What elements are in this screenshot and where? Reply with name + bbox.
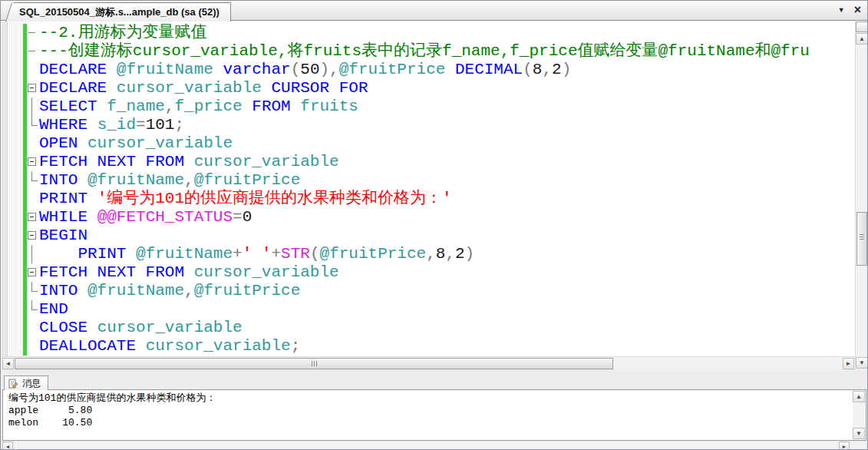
fold-margin[interactable] [27,24,39,356]
code-line: WHILE @@FETCH_STATUS=0 [39,208,855,227]
code-line: PRINT '编号为101的供应商提供的水果种类和价格为：' [39,190,855,208]
fold-guide [31,300,38,310]
code-area[interactable]: --2.用游标为变量赋值---创建游标cursor_variable,将frui… [39,24,855,356]
scroll-right-icon[interactable]: ► [839,442,850,450]
messages-vertical-scrollbar[interactable]: ▲ ▼ [853,391,865,439]
active-files-dropdown-icon[interactable]: ▼ [838,6,845,14]
split-handle[interactable] [856,22,868,32]
fold-collapse-icon[interactable] [28,84,36,92]
vertical-scroll-thumb[interactable] [856,212,867,266]
code-line: --2.用游标为变量赋值 [39,24,855,42]
code-line: WHERE s_id=101; [39,116,855,134]
selection-margin[interactable] [8,22,23,356]
fold-guide [31,98,32,116]
scroll-down-icon[interactable]: ▼ [856,357,868,369]
fold-guide [31,282,38,292]
code-line: ---创建游标cursor_variable,将fruits表中的记录f_nam… [39,42,855,61]
document-tab-title: SQL_20150504_游标.s...ample_db (sa (52)) [19,5,219,19]
code-line: SELECT f_name,f_price FROM fruits [39,98,855,116]
code-line: DECLARE @fruitName varchar(50),@fruitPri… [39,61,855,79]
scroll-left-icon[interactable]: ◄ [2,358,14,369]
gutter-strip [2,22,8,356]
code-line: DEALLOCATE cursor_variable; [39,337,855,356]
document-tab[interactable]: SQL_20150504_游标.s...ample_db (sa (52)) [13,2,231,22]
scroll-up-icon[interactable]: ▲ [853,391,865,402]
tab-messages[interactable]: 消息 [4,376,48,390]
fold-guide [28,51,35,51]
code-line: INTO @fruitName,@fruitPrice [39,282,855,300]
fold-collapse-icon[interactable] [28,157,36,166]
messages-text: 编号为101的供应商提供的水果种类和价格为： apple 5.80 melon … [8,392,216,429]
scroll-down-icon[interactable]: ▼ [853,428,865,439]
fold-guide [31,116,38,126]
fold-guide [31,245,32,263]
fold-guide [31,171,38,181]
scroll-right-icon[interactable]: ► [843,358,854,369]
code-line: CLOSE cursor_variable [39,319,855,337]
results-pane: 消息 编号为101的供应商提供的水果种类和价格为： apple 5.80 mel… [1,375,867,450]
messages-output[interactable]: 编号为101的供应商提供的水果种类和价格为： apple 5.80 melon … [2,389,866,441]
scroll-left-icon[interactable]: ◄ [2,442,13,450]
messages-icon [8,379,18,389]
scroll-up-icon[interactable]: ▲ [856,33,868,45]
query-editor-window: SQL_20150504_游标.s...ample_db (sa (52)) ▼… [0,0,868,450]
code-line: BEGIN [39,227,855,245]
fold-guide [28,32,35,33]
code-line: END [39,300,855,319]
close-icon[interactable]: × [854,5,861,15]
code-line: FETCH NEXT FROM cursor_variable [39,263,855,282]
messages-tab-label: 消息 [22,377,41,390]
editor-vertical-scrollbar[interactable]: ▲ ▼ [855,22,868,369]
code-line: PRINT @fruitName+' '+STR(@fruitPrice,8,2… [39,245,855,263]
code-line: FETCH NEXT FROM cursor_variable [39,153,855,171]
pane-splitter[interactable] [1,369,867,375]
fold-collapse-icon[interactable] [28,213,36,221]
sql-editor[interactable]: --2.用游标为变量赋值---创建游标cursor_variable,将frui… [2,22,855,356]
code-line: INTO @fruitName,@fruitPrice [39,171,855,190]
code-line: OPEN cursor_variable [39,134,855,153]
document-tab-strip: SQL_20150504_游标.s...ample_db (sa (52)) ▼… [1,1,867,21]
messages-horizontal-scrollbar[interactable]: ◄ ► [2,442,866,450]
fold-collapse-icon[interactable] [28,268,36,276]
code-line: DECLARE cursor_variable CURSOR FOR [39,79,855,98]
fold-collapse-icon[interactable] [28,231,36,240]
editor-horizontal-scrollbar[interactable]: ◄ ► [2,356,855,369]
horizontal-scroll-thumb[interactable] [15,358,613,369]
